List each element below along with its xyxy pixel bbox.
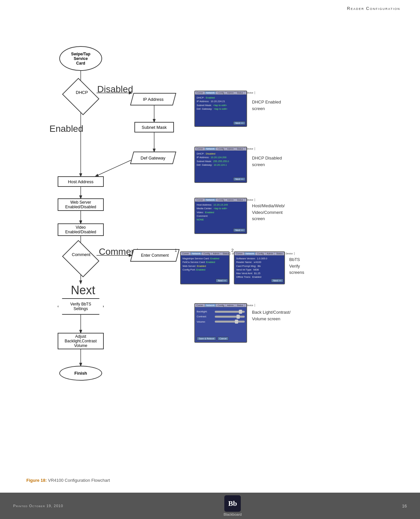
dhcp-enabled-screen: Comm Network Config Admin Status Device …: [194, 91, 247, 127]
web-server-label: Web ServerEnabled/Disabled: [65, 200, 96, 209]
bbts1-next-btn[interactable]: Next >>: [216, 279, 228, 282]
figure-label: Figure 18:: [26, 478, 47, 483]
backlight-body: Backlight: Contrast: Volume:: [195, 307, 246, 326]
dhcp-disabled-footer: Next >>: [233, 175, 245, 181]
video-label: VideoEnabled/Disabled: [65, 225, 96, 234]
dhcp-disabled-tabs: Comm Network Config Admin Status Device: [195, 147, 246, 151]
host-address-label: Host Address: [68, 179, 93, 184]
dhcp-enabled-footer: Next >>: [233, 119, 245, 125]
cancel-btn[interactable]: Cancel: [217, 337, 229, 340]
host-address-shape: Host Address: [58, 176, 104, 187]
dhcp-enabled-label: DHCP Enabledscreen: [252, 99, 281, 112]
def-gateway-shape: Def Gateway: [130, 152, 176, 164]
next-flow-label: Next: [71, 283, 95, 297]
start-label: Swipe/TapServiceCard: [71, 52, 90, 66]
dhcp-diamond: [62, 78, 99, 115]
bbts2-tabs: Comm Network Config Admin Status Device: [235, 252, 284, 255]
def-gateway-label: Def Gateway: [141, 156, 165, 160]
bbts1-screen: Comm Network Config Admin Status Device …: [180, 251, 230, 284]
enter-comment-shape: Enter Comment: [130, 249, 180, 262]
bbts1-tabs: Comm Network Config Admin Status Device: [181, 252, 229, 255]
footer-page-number: 16: [402, 504, 407, 508]
bbts2-screen: Comm Network Config Admin Status Device …: [234, 251, 285, 284]
host-media-next-btn[interactable]: Next >>: [233, 228, 245, 232]
dhcp-enabled-body: DHCP: Enabled IP Address: 10.20.224.21 S…: [195, 95, 246, 112]
figure-caption: Figure 18: VR4100 Configuration Flowchar…: [26, 478, 110, 483]
video-shape: VideoEnabled/Disabled: [58, 223, 104, 236]
diagram-area: Swipe/TapServiceCard DHCP Disabled Enabl…: [20, 20, 402, 475]
verify-bbts-label: Verify BbTSSettings: [70, 302, 91, 311]
verify-bbts-shape: Verify BbTSSettings: [58, 298, 104, 315]
comment-diamond-label: Comment: [72, 252, 90, 257]
page-header: Reader Configuration: [347, 6, 400, 11]
ip-address-label: IP Address: [143, 97, 164, 102]
finish-label: Finish: [74, 371, 87, 376]
ip-address-shape: IP Address: [130, 93, 176, 105]
bbts2-num: 2: [231, 247, 234, 253]
footer-logo: Bb Blackboard: [224, 495, 242, 516]
bbts2-next-btn[interactable]: Next >>: [271, 279, 283, 282]
logo-box: Bb: [224, 495, 241, 512]
host-media-body: Host Address: 10.20.15.245 Media Center:…: [195, 202, 246, 223]
subnet-mask-label: Subnet Mask: [142, 125, 167, 130]
enter-comment-label: Enter Comment: [141, 253, 169, 258]
dhcp-enabled-next-btn[interactable]: Next >>: [233, 121, 245, 125]
adjust-shape: AdjustBacklight,ContrastVolume: [58, 333, 104, 349]
dhcp-enabled-tabs: Comm Network Config Admin Status Device: [195, 91, 246, 95]
page-footer: Printed October 19, 2010 Bb Blackboard 1…: [0, 493, 420, 519]
disabled-label: Disabled: [97, 84, 133, 95]
dhcp-disabled-label: DHCP Disabledscreen: [252, 155, 282, 168]
dhcp-diamond-container: DHCP: [66, 85, 96, 108]
backlight-footer: Save & Reboot Cancel: [197, 337, 229, 340]
comment-diamond-container: Comment: [66, 247, 96, 270]
dhcp-disabled-body: DHCP: Disabled IP Address: 10.20.124.200…: [195, 151, 246, 168]
bbts2-footer: Next >>: [271, 277, 283, 283]
host-media-tabs: Comm Network Config Admin Status Device: [195, 198, 246, 202]
bbts-label: BbTSVerifyscreens: [289, 256, 304, 276]
comment-diamond: [62, 240, 99, 277]
web-server-shape: Web ServerEnabled/Disabled: [58, 198, 104, 211]
save-reboot-btn[interactable]: Save & Reboot: [197, 337, 216, 340]
adjust-label: AdjustBacklight,ContrastVolume: [65, 334, 97, 348]
subnet-mask-shape: Subnet Mask: [134, 122, 174, 132]
svg-line-4: [96, 160, 132, 176]
logo-brand: Blackboard: [224, 512, 242, 516]
bbts1-body: Magistripe Service Card: Enabled FeliCa …: [181, 255, 229, 273]
dhcp-label: DHCP: [76, 90, 88, 95]
host-media-label: Host/Media/Web/Video/Commentscreen: [252, 203, 285, 222]
backlight-screen: Comm Network Config Admin Status Device …: [194, 303, 247, 343]
finish-oval: Finish: [59, 366, 102, 381]
host-media-screen: Comm Network Config Admin Status Device …: [194, 198, 247, 234]
bbts1-num: 1: [175, 247, 177, 253]
host-media-footer: Next >>: [233, 226, 245, 232]
backlight-label: Back Light/Contrast/Volume screen: [252, 309, 291, 322]
start-oval: Swipe/TapServiceCard: [59, 46, 102, 71]
enabled-label: Enabled: [49, 124, 83, 134]
dhcp-disabled-screen: Comm Network Config Admin Status Device …: [194, 147, 247, 183]
backlight-tabs: Comm Network Config Admin Status Device: [195, 304, 246, 307]
header-title: Reader Configuration: [347, 6, 400, 11]
bbts1-footer: Next >>: [216, 277, 228, 283]
footer-printed: Printed October 19, 2010: [13, 504, 63, 508]
dhcp-disabled-next-btn[interactable]: Next >>: [233, 177, 245, 181]
figure-text: VR4100 Configuration Flowchart: [48, 478, 110, 483]
